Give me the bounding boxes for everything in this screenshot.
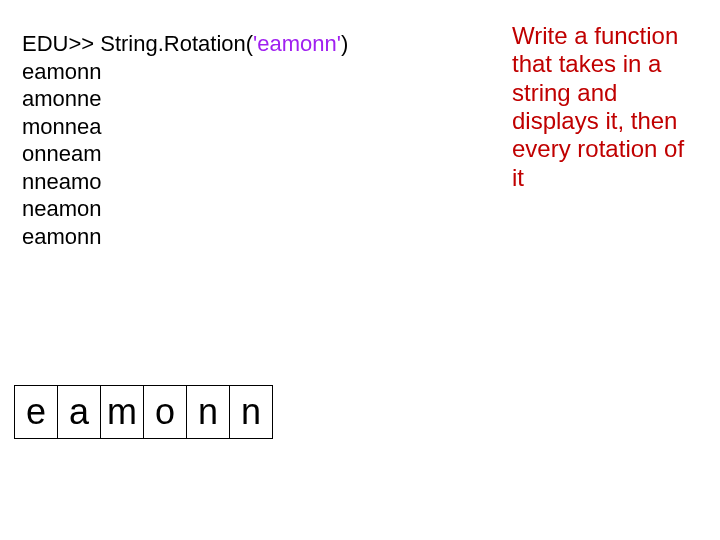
cell: n — [186, 385, 230, 439]
output-line: neamon — [22, 195, 348, 223]
output-line: nneamo — [22, 168, 348, 196]
command-prefix: EDU>> String.Rotation( — [22, 31, 253, 56]
output-line: monnea — [22, 113, 348, 141]
instructions-text: Write a function that takes in a string … — [512, 22, 702, 192]
cell: a — [57, 385, 101, 439]
output-line: amonne — [22, 85, 348, 113]
cell: e — [14, 385, 58, 439]
output-line: eamonn — [22, 223, 348, 251]
code-block: EDU>> String.Rotation('eamonn') eamonn a… — [22, 30, 348, 250]
cell: n — [229, 385, 273, 439]
command-suffix: ) — [341, 31, 348, 56]
letter-cells: e a m o n n — [14, 385, 273, 439]
command-line: EDU>> String.Rotation('eamonn') — [22, 30, 348, 58]
output-line: onneam — [22, 140, 348, 168]
command-arg: 'eamonn' — [253, 31, 341, 56]
cell: m — [100, 385, 144, 439]
output-line: eamonn — [22, 58, 348, 86]
cell: o — [143, 385, 187, 439]
